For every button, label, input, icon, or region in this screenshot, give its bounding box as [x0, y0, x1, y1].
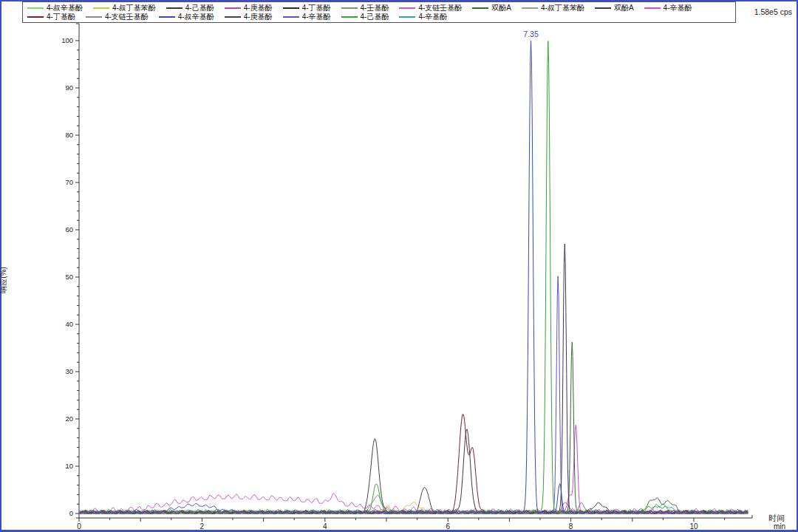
y-tick-label: 100 [61, 36, 73, 44]
legend-label: 4-叔辛基酚 [178, 13, 214, 21]
y-tick-label: 60 [65, 225, 73, 233]
legend-label: 4-辛基酚 [302, 13, 331, 21]
legend-label: 4-壬基酚 [361, 4, 389, 12]
legend-item: 4-庚基酚 [225, 13, 273, 21]
chromatogram-plot: 010203040506070809010002468107.35 [0, 0, 798, 532]
trace-4-己基酚 [79, 41, 748, 514]
legend-color-swatch [522, 7, 538, 9]
x-tick-label: 2 [200, 522, 205, 531]
legend-color-swatch [27, 16, 44, 18]
legend-color-swatch [595, 7, 611, 9]
x-axis-unit: min [774, 522, 785, 531]
legend-color-swatch [399, 7, 415, 9]
y-tick-label: 50 [65, 273, 73, 281]
legend-color-swatch [225, 7, 241, 9]
y-axis-title: 响应(%) [0, 254, 9, 306]
peak-retention-time-label: 7.35 [523, 30, 539, 38]
y-tick-label: 0 [69, 509, 73, 517]
legend-label: 4-丁基酚 [47, 13, 75, 21]
legend-color-swatch [472, 7, 488, 9]
trace-双酚A [79, 244, 748, 514]
y-tick-label: 40 [65, 320, 73, 328]
legend-color-swatch [159, 16, 175, 18]
y-tick-label: 10 [65, 462, 73, 470]
legend-color-swatch [341, 7, 358, 9]
legend-item: 4-辛基酚 [283, 13, 331, 21]
x-tick-label: 6 [446, 522, 450, 531]
legend-color-swatch [27, 7, 44, 9]
legend-item: 4-叔丁基苯酚 [522, 4, 584, 12]
legend-item: 4-叔辛基酚 [159, 13, 214, 21]
trace-4-己基酚 [79, 429, 748, 514]
legend-label: 4-庚基酚 [244, 4, 273, 12]
legend-item: 4-庚基酚 [225, 4, 273, 12]
legend-label: 双酚A [614, 4, 634, 12]
legend-color-swatch [86, 16, 102, 18]
legend-item: 4-丁基酚 [27, 13, 75, 21]
legend-label: 4-己基酚 [361, 13, 389, 21]
x-tick-label: 8 [569, 522, 573, 531]
legend-label: 4-庚基酚 [244, 13, 273, 21]
chromatogram-window: 4-叔辛基酚4-叔丁基苯酚4-己基酚4-庚基酚4-丁基酚4-壬基酚4-支链壬基酚… [0, 0, 798, 532]
x-tick-label: 4 [323, 522, 327, 531]
legend-color-swatch [93, 7, 109, 9]
legend-color-swatch [341, 16, 358, 18]
legend-color-swatch [399, 16, 415, 18]
legend-label: 双酚A [491, 4, 511, 12]
legend-item: 4-叔辛基酚 [27, 4, 83, 12]
legend-color-swatch [644, 7, 661, 9]
legend-item: 4-己基酚 [166, 4, 214, 12]
legend-label: 4-辛基酚 [418, 13, 447, 21]
legend-item: 4-支链壬基酚 [86, 13, 149, 21]
trace-4-辛基酚 [79, 425, 748, 514]
legend-row: 4-丁基酚4-支链壬基酚4-叔辛基酚4-庚基酚4-辛基酚4-己基酚4-辛基酚 [27, 13, 731, 21]
legend-label: 4-叔辛基酚 [47, 4, 83, 12]
legend-color-swatch [225, 16, 241, 18]
legend-label: 4-丁基酚 [302, 4, 331, 12]
x-tick-label: 10 [689, 522, 698, 531]
legend-item: 4-壬基酚 [341, 4, 389, 12]
legend-item: 双酚A [472, 4, 511, 12]
y-tick-label: 90 [65, 83, 73, 92]
legend-color-swatch [283, 7, 299, 9]
legend-label: 4-己基酚 [185, 4, 214, 12]
y-tick-label: 20 [65, 415, 73, 423]
legend-color-swatch [166, 7, 183, 9]
legend-label: 4-叔丁基苯酚 [112, 4, 156, 12]
trace-4-丁基酚 [79, 415, 748, 514]
legend-item: 4-己基酚 [341, 13, 389, 21]
legend-item: 4-支链壬基酚 [399, 4, 462, 12]
x-tick-label: 0 [77, 522, 81, 531]
trace-双酚A [79, 342, 748, 514]
legend-item: 4-丁基酚 [283, 4, 331, 12]
y-tick-label: 80 [65, 131, 73, 139]
legend-row: 4-叔辛基酚4-叔丁基苯酚4-己基酚4-庚基酚4-丁基酚4-壬基酚4-支链壬基酚… [27, 4, 731, 12]
y-tick-label: 70 [65, 178, 73, 186]
legend-item: 双酚A [595, 4, 634, 12]
legend-label: 4-叔丁基苯酚 [541, 4, 584, 12]
legend-label: 4-辛基酚 [664, 4, 692, 12]
legend-label: 4-支链壬基酚 [418, 4, 462, 12]
legend-box: 4-叔辛基酚4-叔丁基苯酚4-己基酚4-庚基酚4-丁基酚4-壬基酚4-支链壬基酚… [22, 1, 736, 23]
legend-label: 4-支链壬基酚 [105, 13, 149, 21]
legend-item: 4-辛基酚 [644, 4, 692, 12]
legend-item: 4-叔丁基苯酚 [93, 4, 156, 12]
y-tick-label: 30 [65, 367, 73, 375]
trace-4-叔辛基酚 [79, 41, 748, 514]
legend-color-swatch [283, 16, 299, 18]
legend-item: 4-辛基酚 [399, 13, 447, 21]
trace-4-辛基酚 [79, 276, 748, 514]
